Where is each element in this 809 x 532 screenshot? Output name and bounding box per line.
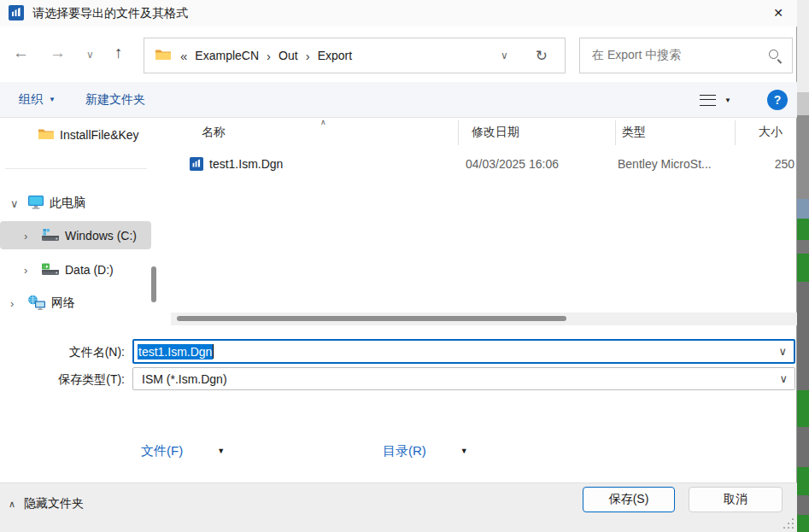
new-folder-button[interactable]: 新建文件夹	[85, 82, 145, 117]
cancel-button[interactable]: 取消	[689, 487, 783, 512]
resize-grip[interactable]	[782, 517, 794, 529]
chevron-down-icon[interactable]: ∨	[10, 197, 22, 210]
column-divider[interactable]	[458, 120, 459, 145]
sidebar-divider	[5, 168, 147, 169]
chevron-down-icon[interactable]: ∨	[779, 372, 788, 385]
windows-drive-icon	[41, 228, 60, 244]
refresh-icon[interactable]: ↻	[536, 47, 548, 65]
caret-down-icon: ▼	[460, 447, 468, 455]
sidebar-scrollbar-thumb[interactable]	[151, 266, 156, 302]
help-button[interactable]: ?	[767, 90, 788, 110]
list-view-icon	[700, 95, 716, 106]
sidebar-item-network[interactable]: › 网络	[10, 292, 75, 314]
file-menu-button[interactable]: 文件(F) ▼	[141, 440, 225, 462]
file-date-modified: 04/03/2025 16:06	[466, 157, 559, 171]
breadcrumb-item-export[interactable]: Export	[318, 49, 352, 62]
dgn-file-icon	[190, 157, 203, 171]
search-input[interactable]: 在 Export 中搜索	[579, 38, 793, 73]
back-icon[interactable]: ←	[13, 44, 29, 62]
close-icon[interactable]: ✕	[759, 0, 797, 26]
breadcrumb-item-examplecn[interactable]: ExampleCN	[195, 49, 259, 62]
view-options-button[interactable]: ▼	[700, 89, 744, 111]
app-icon	[9, 5, 24, 20]
toolbar-divider	[0, 117, 797, 118]
computer-icon	[27, 195, 44, 213]
horizontal-scrollbar-thumb[interactable]	[177, 316, 566, 321]
chevron-right-icon[interactable]: ›	[24, 230, 36, 243]
navigation-row: ← → ∨ ↑ « ExampleCN › Out › Export ∨ ↻ 在…	[0, 34, 797, 75]
sidebar-item-data-d[interactable]: › Data (D:)	[24, 260, 114, 280]
background-app-sliver	[797, 0, 809, 532]
breadcrumb-item-out[interactable]: Out	[278, 49, 298, 62]
caret-down-icon: ▼	[724, 96, 731, 104]
column-divider[interactable]	[735, 120, 736, 145]
command-toolbar: 组织 ▼ 新建文件夹 ▼	[0, 82, 797, 117]
column-header-name[interactable]: 名称	[202, 125, 226, 140]
column-divider[interactable]	[615, 120, 616, 145]
dialog-title: 请选择要导出的文件及其格式	[32, 0, 188, 26]
address-bar[interactable]: « ExampleCN › Out › Export ∨ ↻	[144, 38, 566, 73]
filename-label: 文件名(N):	[0, 345, 125, 360]
breadcrumb: « ExampleCN › Out › Export	[180, 49, 352, 63]
data-drive-icon	[41, 262, 60, 278]
column-header-type[interactable]: 类型	[622, 125, 646, 140]
dialog-footer: ∧ 隐藏文件夹 保存(S) 取消	[0, 482, 797, 532]
column-header-date[interactable]: 修改日期	[472, 125, 519, 140]
breadcrumb-separator-icon: ›	[306, 49, 310, 63]
folder-icon	[38, 127, 55, 143]
chevron-up-icon: ∧	[9, 499, 15, 510]
horizontal-scrollbar[interactable]	[171, 313, 797, 325]
directory-menu-button[interactable]: 目录(R) ▼	[383, 440, 468, 462]
filename-selected-text: test1.Ism.Dgn	[138, 344, 213, 360]
breadcrumb-separator-icon: ›	[267, 49, 271, 63]
breadcrumb-prefix[interactable]: «	[180, 49, 187, 63]
folder-icon	[155, 48, 172, 64]
chevron-down-icon[interactable]: ∨	[778, 345, 787, 358]
hide-folders-toggle[interactable]: ∧ 隐藏文件夹	[9, 496, 84, 512]
caret-down-icon: ▼	[49, 96, 56, 103]
sort-ascending-icon[interactable]: ∧	[320, 118, 326, 126]
title-bar: 请选择要导出的文件及其格式 ✕	[0, 0, 797, 26]
file-size: 250	[752, 157, 794, 171]
forward-icon[interactable]: →	[50, 44, 66, 62]
up-icon[interactable]: ↑	[114, 44, 123, 62]
address-dropdown-icon[interactable]: ∨	[501, 50, 508, 61]
chevron-right-icon[interactable]: ›	[24, 264, 36, 277]
file-list-row[interactable]: test1.Ism.Dgn 04/03/2025 16:06 Bentley M…	[174, 154, 794, 176]
save-button[interactable]: 保存(S)	[583, 487, 675, 512]
organize-button[interactable]: 组织 ▼	[19, 82, 56, 117]
filename-input[interactable]: test1.Ism.Dgn ∨	[132, 339, 795, 364]
history-chevron-icon[interactable]: ∨	[86, 49, 94, 61]
chevron-right-icon[interactable]: ›	[10, 297, 22, 310]
savetype-label: 保存类型(T):	[0, 372, 125, 388]
sidebar-item-installfilekey[interactable]: InstallFile&Key	[38, 125, 139, 145]
savetype-value: ISM (*.Ism.Dgn)	[142, 372, 227, 386]
text-cursor	[213, 344, 214, 359]
file-type: Bentley MicroSt...	[618, 157, 712, 171]
save-dialog-window: 请选择要导出的文件及其格式 ✕ ← → ∨ ↑ « ExampleCN › Ou…	[0, 0, 797, 532]
sidebar-item-windows-c[interactable]: › Windows (C:)	[24, 226, 137, 245]
column-header-size[interactable]: 大小	[759, 125, 783, 140]
search-placeholder: 在 Export 中搜索	[592, 48, 681, 63]
savetype-select[interactable]: ISM (*.Ism.Dgn) ∨	[132, 367, 795, 390]
sidebar-item-this-pc[interactable]: ∨ 此电脑	[10, 192, 85, 214]
caret-down-icon: ▼	[217, 447, 225, 455]
file-name: test1.Ism.Dgn	[209, 157, 283, 171]
search-icon[interactable]	[768, 49, 782, 62]
network-icon	[27, 295, 46, 313]
